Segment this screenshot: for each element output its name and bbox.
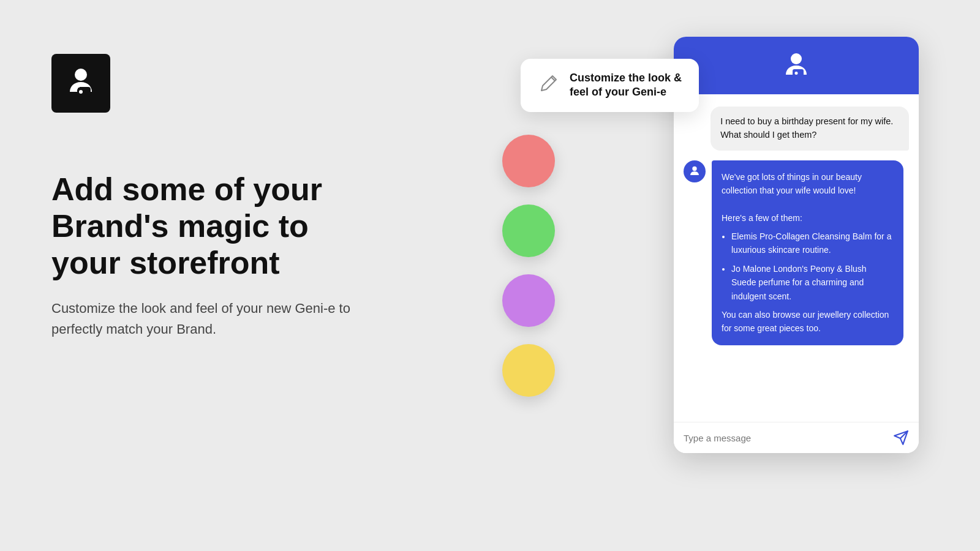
- user-message: I need to buy a birthday present for my …: [710, 107, 909, 151]
- chat-header-icon: [780, 49, 813, 82]
- bot-here: Here's a few of them:: [722, 213, 802, 223]
- bot-row: We've got lots of things in our beauty c…: [684, 160, 909, 345]
- pencil-icon: [538, 74, 560, 96]
- tooltip-text: Customize the look &feel of your Geni-e: [570, 71, 682, 100]
- logo: [51, 54, 110, 113]
- bot-item-2: Jo Malone London's Peony & Blush Suede p…: [731, 262, 894, 303]
- bot-bubble: We've got lots of things in our beauty c…: [712, 160, 903, 345]
- svg-point-5: [795, 72, 798, 75]
- bot-intro: We've got lots of things in our beauty c…: [722, 172, 862, 195]
- svg-point-0: [75, 69, 87, 81]
- left-content: Add some of your Brand's magic to your s…: [51, 171, 382, 340]
- svg-point-3: [791, 53, 802, 64]
- swatches: [502, 135, 555, 397]
- svg-rect-4: [793, 69, 804, 77]
- chat-window: I need to buy a birthday present for my …: [674, 37, 919, 453]
- bot-avatar: [684, 160, 706, 182]
- chat-body: I need to buy a birthday present for my …: [674, 94, 919, 422]
- logo-icon: [61, 64, 100, 103]
- purple-swatch[interactable]: [502, 274, 555, 327]
- chat-header: [674, 37, 919, 94]
- svg-point-6: [692, 166, 696, 170]
- customize-tooltip: Customize the look &feel of your Geni-e: [521, 59, 699, 112]
- bot-items-list: Elemis Pro-Collagen Cleansing Balm for a…: [731, 230, 894, 303]
- bot-outro: You can also browse our jewellery collec…: [722, 310, 889, 333]
- green-swatch[interactable]: [502, 204, 555, 257]
- send-icon: [893, 430, 909, 446]
- bot-item-1: Elemis Pro-Collagen Cleansing Balm for a…: [731, 230, 894, 257]
- subtext: Customize the look and feel of your new …: [51, 298, 382, 340]
- send-button[interactable]: [893, 430, 909, 446]
- svg-point-2: [79, 90, 83, 94]
- chat-input[interactable]: [684, 433, 887, 443]
- right-area: Customize the look &feel of your Geni-e …: [502, 37, 919, 514]
- chat-input-area: [674, 422, 919, 453]
- headline: Add some of your Brand's magic to your s…: [51, 171, 382, 281]
- yellow-swatch[interactable]: [502, 344, 555, 397]
- red-swatch[interactable]: [502, 135, 555, 187]
